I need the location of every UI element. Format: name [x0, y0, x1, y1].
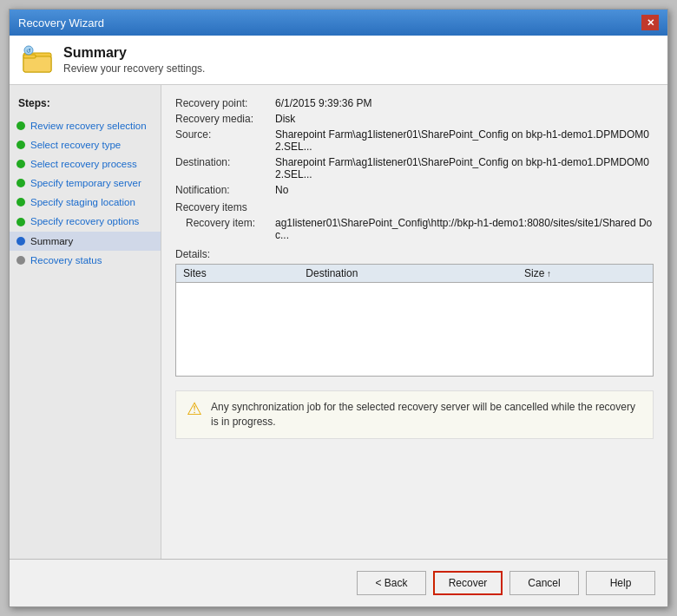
dot-icon — [16, 198, 25, 206]
sidebar-item-label: Review recovery selection — [30, 119, 147, 133]
back-button[interactable]: < Back — [357, 571, 426, 595]
content-area: Recovery point: 6/1/2015 9:39:36 PM Reco… — [161, 85, 667, 559]
recovery-media-label: Recovery media: — [175, 113, 275, 125]
svg-rect-1 — [23, 56, 51, 72]
sidebar-item-label: Select recovery process — [30, 157, 137, 171]
sidebar-item-recovery-status[interactable]: Recovery status — [10, 251, 161, 270]
dot-icon — [16, 160, 25, 168]
title-bar-controls: ✕ — [641, 15, 659, 30]
info-row-source: Source: Sharepoint Farm\ag1listener01\Sh… — [175, 128, 654, 153]
sidebar-item-label: Specify temporary server — [30, 176, 141, 190]
info-row-recovery-point: Recovery point: 6/1/2015 9:39:36 PM — [175, 97, 654, 109]
details-label: Details: — [175, 248, 654, 260]
info-row-destination: Destination: Sharepoint Farm\ag1listener… — [175, 156, 654, 180]
sidebar-item-select-recovery-type[interactable]: Select recovery type — [10, 135, 161, 154]
source-label: Source: — [175, 128, 275, 141]
header-title: Summary — [63, 45, 205, 61]
dot-icon — [16, 141, 25, 149]
title-bar: Recovery Wizard ✕ — [10, 10, 667, 36]
dot-icon — [16, 218, 25, 226]
header-text: Summary Review your recovery settings. — [63, 45, 205, 75]
recovery-items-header: Recovery items — [175, 201, 275, 213]
sidebar-title: Steps: — [10, 94, 161, 116]
info-row-recovery-items-header: Recovery items — [175, 201, 654, 213]
dot-icon — [16, 121, 25, 130]
dot-icon — [16, 237, 25, 246]
sidebar-item-summary[interactable]: Summary — [10, 232, 161, 251]
warning-icon: ⚠ — [187, 398, 202, 419]
main-content: Steps: Review recovery selection Select … — [10, 85, 667, 559]
sidebar-item-specify-staging-location[interactable]: Specify staging location — [10, 193, 161, 212]
recovery-wizard-window: Recovery Wizard ✕ ↺ Summary Review your … — [9, 9, 668, 607]
notification-label: Notification: — [175, 184, 275, 196]
notification-value: No — [275, 184, 654, 196]
sidebar-item-label: Specify staging location — [30, 195, 135, 209]
details-table-container[interactable]: Sites Destination Size — [175, 264, 654, 377]
dot-icon — [16, 256, 25, 265]
sidebar: Steps: Review recovery selection Select … — [10, 85, 161, 559]
sidebar-item-label: Select recovery type — [30, 138, 121, 152]
header-icon: ↺ — [22, 44, 53, 75]
sidebar-item-specify-temporary-server[interactable]: Specify temporary server — [10, 174, 161, 193]
recovery-media-value: Disk — [275, 113, 654, 125]
cancel-button[interactable]: Cancel — [509, 571, 579, 595]
recover-button[interactable]: Recover — [433, 571, 503, 595]
recovery-item-label: Recovery item: — [175, 217, 275, 229]
warning-text: Any synchronization job for the selected… — [211, 400, 642, 429]
svg-text:↺: ↺ — [26, 48, 31, 54]
col-header-size[interactable]: Size — [517, 265, 653, 283]
recovery-item-value: ag1listener01\SharePoint_Config\http://b… — [275, 217, 654, 241]
source-value: Sharepoint Farm\ag1listener01\SharePoint… — [275, 128, 654, 153]
sidebar-item-label: Specify recovery options — [30, 214, 139, 228]
header-subtitle: Review your recovery settings. — [63, 62, 205, 75]
info-row-notification: Notification: No — [175, 184, 654, 196]
info-row-recovery-media: Recovery media: Disk — [175, 113, 654, 125]
destination-label: Destination: — [175, 156, 275, 168]
close-button[interactable]: ✕ — [641, 15, 659, 30]
recovery-point-value: 6/1/2015 9:39:36 PM — [275, 97, 654, 109]
sidebar-item-review-recovery-selection[interactable]: Review recovery selection — [10, 116, 161, 135]
sidebar-item-label: Summary — [30, 234, 73, 248]
details-table: Sites Destination Size — [176, 265, 653, 283]
dot-icon — [16, 179, 25, 187]
sidebar-item-label: Recovery status — [30, 253, 102, 267]
footer: < Back Recover Cancel Help — [10, 559, 667, 606]
window-title: Recovery Wizard — [18, 16, 104, 29]
sidebar-item-specify-recovery-options[interactable]: Specify recovery options — [10, 212, 161, 231]
svg-rect-2 — [23, 55, 36, 58]
header-area: ↺ Summary Review your recovery settings. — [10, 36, 667, 85]
col-header-destination[interactable]: Destination — [299, 265, 517, 283]
col-header-sites[interactable]: Sites — [176, 265, 299, 283]
destination-value: Sharepoint Farm\ag1listener01\SharePoint… — [275, 156, 654, 180]
recovery-point-label: Recovery point: — [175, 97, 275, 109]
sidebar-item-select-recovery-process[interactable]: Select recovery process — [10, 154, 161, 174]
info-row-recovery-item: Recovery item: ag1listener01\SharePoint_… — [175, 217, 654, 241]
help-button[interactable]: Help — [586, 571, 655, 595]
warning-box: ⚠ Any synchronization job for the select… — [175, 390, 654, 439]
details-section: Details: Sites Destination Size — [175, 248, 654, 377]
